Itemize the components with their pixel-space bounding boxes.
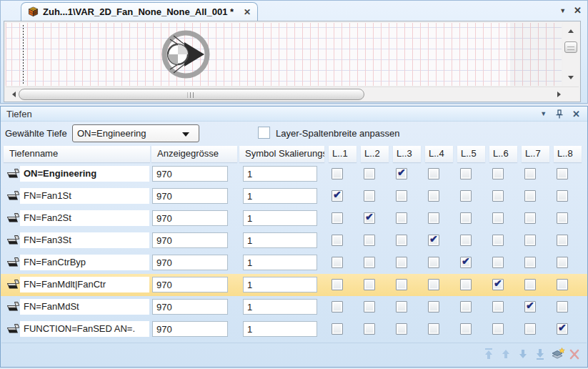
layer-checkbox-L3[interactable] — [396, 323, 407, 335]
layer-checkbox-L6[interactable] — [492, 257, 504, 268]
layer-checkbox-L3[interactable] — [396, 301, 407, 313]
symbol-scale-input[interactable]: 1 — [243, 232, 317, 248]
panel-close-icon[interactable]: ✕ — [572, 109, 580, 119]
layer-checkbox-L6[interactable] — [492, 301, 504, 313]
display-size-input[interactable]: 970 — [152, 299, 228, 315]
layer-checkbox-L1[interactable] — [332, 279, 343, 290]
table-row[interactable]: FN=Fan3St9701✔ — [1, 230, 587, 252]
scroll-right-icon[interactable] — [557, 92, 561, 97]
horizontal-scrollbar[interactable] — [6, 87, 579, 102]
symbol-scale-input[interactable]: 1 — [243, 321, 317, 337]
symbol-scale-input[interactable]: 1 — [243, 255, 317, 270]
layer-checkbox-L1[interactable] — [332, 323, 343, 335]
column-header-L7[interactable]: L..7 — [522, 146, 549, 162]
table-row[interactable]: FUNCTION=FanSED AN=.9701✔ — [1, 318, 587, 340]
layer-checkbox-L1[interactable] — [332, 212, 343, 224]
layer-checkbox-L5[interactable]: ✔ — [460, 257, 472, 268]
layer-checkbox-L6[interactable] — [492, 235, 504, 246]
display-size-input[interactable]: 970 — [152, 321, 228, 337]
layer-checkbox-L4[interactable] — [428, 323, 439, 335]
depth-name-field[interactable]: FN=FanCtrByp — [20, 255, 149, 270]
display-size-input[interactable]: 970 — [152, 232, 228, 248]
layer-checkbox-L3[interactable] — [396, 212, 407, 224]
layer-checkbox-L8[interactable] — [557, 168, 568, 179]
move-to-top-icon[interactable] — [483, 348, 495, 360]
vertical-scrollbar[interactable] — [563, 23, 579, 86]
pin-icon[interactable] — [555, 109, 564, 119]
layer-checkbox-L6[interactable] — [492, 168, 504, 179]
layer-checkbox-L7[interactable] — [524, 257, 536, 268]
layer-checkbox-L7[interactable] — [524, 168, 536, 179]
layer-checkbox-L4[interactable] — [428, 257, 439, 268]
drawing-canvas[interactable] — [4, 21, 581, 102]
layer-checkbox-L7[interactable] — [524, 190, 536, 202]
layer-checkbox-L8[interactable] — [557, 301, 568, 313]
layer-checkbox-L5[interactable] — [460, 212, 472, 224]
delete-icon[interactable] — [569, 348, 581, 360]
selected-depth-dropdown[interactable]: ON=Engineering — [72, 124, 199, 142]
grid-area[interactable] — [6, 23, 562, 86]
layer-checkbox-L1[interactable] — [332, 257, 343, 268]
layer-checkbox-L2[interactable]: ✔ — [364, 212, 375, 224]
display-size-input[interactable]: 970 — [152, 210, 228, 226]
layer-checkbox-L5[interactable] — [460, 168, 472, 179]
layer-checkbox-L7[interactable] — [524, 235, 536, 246]
layer-checkbox-L3[interactable] — [396, 279, 407, 290]
layer-checkbox-L5[interactable] — [460, 301, 472, 313]
table-row[interactable]: ON=Engineering9701✔ — [1, 163, 587, 185]
layer-checkbox-L1[interactable] — [332, 168, 343, 179]
layer-checkbox-L5[interactable] — [460, 323, 472, 335]
table-row[interactable]: FN=FanMdSt9701✔ — [1, 296, 587, 318]
new-layer-icon[interactable] — [552, 348, 564, 360]
horizontal-scroll-thumb[interactable] — [19, 89, 364, 100]
display-size-input[interactable]: 970 — [152, 166, 228, 182]
table-row[interactable]: FN=FanMdlt|FanCtr9701✔ — [1, 274, 587, 296]
layer-checkbox-L2[interactable] — [364, 323, 375, 335]
layer-checkbox-L2[interactable] — [364, 279, 375, 290]
column-header-L2[interactable]: L..2 — [361, 146, 389, 162]
layer-checkbox-L8[interactable] — [557, 235, 568, 246]
layer-checkbox-L8[interactable] — [557, 257, 568, 268]
table-row[interactable]: FN=FanCtrByp9701✔ — [1, 252, 587, 274]
layer-checkbox-L4[interactable] — [428, 301, 439, 313]
depth-name-field[interactable]: FN=Fan1St — [20, 188, 149, 204]
vertical-scroll-thumb[interactable] — [564, 41, 577, 53]
layer-checkbox-L8[interactable] — [557, 190, 568, 202]
symbol-scale-input[interactable]: 1 — [243, 299, 317, 315]
table-row[interactable]: FN=Fan2St9701✔ — [1, 207, 587, 230]
column-header-L1[interactable]: L..1 — [329, 146, 357, 162]
column-header-tiefenname[interactable]: Tiefenname — [4, 146, 150, 162]
layer-checkbox-L6[interactable] — [492, 323, 504, 335]
display-size-input[interactable]: 970 — [152, 277, 228, 292]
layer-width-checkbox[interactable] — [258, 127, 270, 139]
scroll-left-icon[interactable] — [12, 92, 16, 97]
layer-checkbox-L3[interactable] — [396, 235, 407, 246]
pane-close-icon[interactable]: ✕ — [574, 5, 582, 16]
layer-checkbox-L3[interactable] — [396, 190, 407, 202]
document-tab[interactable]: Zuh...1\VAR_2D_Fan_None_None_All_001 * ✕ — [21, 2, 258, 21]
move-up-icon[interactable] — [500, 348, 512, 360]
layer-checkbox-L7[interactable] — [524, 212, 536, 224]
scroll-down-icon[interactable] — [568, 76, 574, 79]
layer-checkbox-L3[interactable]: ✔ — [396, 168, 407, 179]
symbol-scale-input[interactable]: 1 — [243, 166, 317, 182]
layer-checkbox-L8[interactable] — [557, 279, 568, 290]
layer-checkbox-L2[interactable] — [364, 257, 375, 268]
depth-name-field[interactable]: FN=FanMdlt|FanCtr — [20, 277, 149, 292]
layer-checkbox-L4[interactable] — [428, 190, 439, 202]
column-header-L5[interactable]: L..5 — [457, 146, 485, 162]
layer-checkbox-L4[interactable] — [428, 212, 439, 224]
layer-checkbox-L5[interactable] — [460, 235, 472, 246]
column-header-L4[interactable]: L..4 — [425, 146, 453, 162]
move-down-icon[interactable] — [517, 348, 529, 360]
layer-checkbox-L4[interactable] — [428, 279, 439, 290]
layer-checkbox-L5[interactable] — [460, 279, 472, 290]
column-header-L3[interactable]: L..3 — [393, 146, 421, 162]
symbol-scale-input[interactable]: 1 — [243, 277, 317, 292]
layer-checkbox-L3[interactable] — [396, 257, 407, 268]
display-size-input[interactable]: 970 — [152, 255, 228, 270]
layer-checkbox-L7[interactable] — [524, 279, 536, 290]
layer-checkbox-L7[interactable]: ✔ — [524, 301, 536, 313]
depth-name-field[interactable]: ON=Engineering — [20, 166, 149, 182]
depth-name-field[interactable]: FN=Fan2St — [20, 210, 149, 226]
